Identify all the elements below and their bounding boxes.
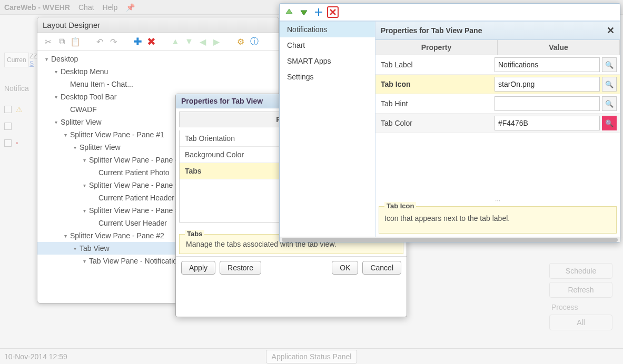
pane-add-icon[interactable] xyxy=(312,6,325,18)
redo-icon[interactable]: ↷ xyxy=(108,36,118,47)
close-icon[interactable]: ✕ xyxy=(607,25,615,36)
pane-col-property: Property xyxy=(375,40,498,55)
tree-item-label: Desktop Tool Bar xyxy=(61,93,116,101)
pane-list-item[interactable]: Notifications xyxy=(280,22,375,37)
undo-icon[interactable]: ↶ xyxy=(94,36,105,47)
pane-prop-label: Tab Icon xyxy=(375,76,491,93)
row-checkbox-1[interactable] xyxy=(4,123,12,130)
pane-property-row: Tab Color🔍 xyxy=(375,114,620,133)
menu-help[interactable]: Help xyxy=(103,3,118,12)
tree-item-label: Current Patient Header xyxy=(98,194,174,202)
left-arrow-icon[interactable]: ◀ xyxy=(197,36,208,47)
copy-icon[interactable]: ⧉ xyxy=(56,36,67,47)
tree-item-label: Splitter View Pane - Pane # xyxy=(89,181,179,189)
tree-item-label: Menu Item - Chat... xyxy=(70,80,133,88)
chevron-down-icon: ▾ xyxy=(52,94,60,100)
process-label: Process xyxy=(551,303,612,311)
tree-item-label: Current User Header xyxy=(98,219,167,227)
pane-hint: Tab Icon Icon that appears next to the t… xyxy=(379,206,617,234)
cut-icon[interactable]: ✂ xyxy=(43,36,53,47)
menu-chat[interactable]: Chat xyxy=(78,3,94,12)
apply-button[interactable]: Apply xyxy=(181,261,215,275)
chevron-down-icon: ▾ xyxy=(52,69,60,75)
s-link[interactable]: S xyxy=(29,60,37,67)
dot-icon: • xyxy=(16,139,18,147)
pane-property-row: Tab Icon🔍 xyxy=(375,75,620,94)
chevron-down-icon: ▾ xyxy=(43,56,50,62)
chevron-down-icon: ▾ xyxy=(81,183,88,188)
pane-prop-label: Tab Hint xyxy=(375,95,491,112)
tree-item-label: Desktop xyxy=(51,55,78,63)
tree-item-label: Splitter View xyxy=(80,143,121,151)
tree-item-label: Splitter View Pane - Pane #2 xyxy=(70,231,164,240)
chevron-down-icon: ▾ xyxy=(71,246,78,251)
chevron-down-icon: ▾ xyxy=(81,157,88,163)
add-icon[interactable]: ✚ xyxy=(132,36,143,47)
chevron-down-icon: ▾ xyxy=(81,258,88,264)
tree-item-label: Splitter View Pane - Pane #1 xyxy=(70,130,164,139)
refresh-button[interactable]: Refresh xyxy=(549,282,612,298)
chevron-down-icon: ▾ xyxy=(62,132,69,138)
pane-properties-title: Properties for Tab View Pane xyxy=(381,26,482,35)
tabview-hint-title: Tabs xyxy=(185,230,204,238)
tree-item[interactable]: ▾Desktop Menu xyxy=(37,65,279,78)
paste-icon[interactable]: 📋 xyxy=(70,36,81,47)
all-button[interactable]: All xyxy=(549,315,612,330)
zz-label: ZZ xyxy=(29,53,37,60)
pane-value-input[interactable] xyxy=(495,116,600,130)
pane-value-input[interactable] xyxy=(495,77,600,92)
pane-property-row: Tab Hint🔍 xyxy=(375,94,620,114)
pane-delete-icon[interactable] xyxy=(327,6,339,18)
chevron-down-icon: ▾ xyxy=(62,233,69,239)
layout-designer-title: Layout Designer xyxy=(37,17,279,33)
row-checkbox-2[interactable] xyxy=(4,139,12,147)
right-arrow-icon[interactable]: ▶ xyxy=(211,36,222,47)
tabviewpane-properties-panel: NotificationsChartSMART AppsSettings Pro… xyxy=(279,3,620,242)
tree-item-label: Desktop Menu xyxy=(61,67,108,76)
chevron-down-icon: ▾ xyxy=(52,119,60,125)
schedule-button[interactable]: Schedule xyxy=(549,263,612,279)
layout-designer-toolbar: ✂ ⧉ 📋 ↶ ↷ ✚ ✖ ▲ ▼ ◀ ▶ ⚙ ⓘ xyxy=(37,33,279,50)
chevron-down-icon: ▾ xyxy=(81,208,88,214)
header-checkbox[interactable] xyxy=(4,106,12,113)
tree-item-label: Splitter View Pane - Pane # xyxy=(89,156,179,164)
pane-up-icon[interactable] xyxy=(283,6,295,18)
tree-item[interactable]: Menu Item - Chat... xyxy=(37,78,279,90)
footer-timestamp: 10-Nov-2014 12:59 xyxy=(4,352,67,361)
pane-list-item[interactable]: Settings xyxy=(280,69,375,85)
down-arrow-icon[interactable]: ▼ xyxy=(184,36,194,47)
tree-item-label: Tab View xyxy=(80,244,110,252)
pane-list-item[interactable]: SMART Apps xyxy=(280,53,375,69)
pin-icon[interactable]: 📌 xyxy=(126,3,135,12)
ok-button[interactable]: OK xyxy=(332,261,358,275)
tree-item-label: Tab View Pane - Notificatio xyxy=(89,257,177,265)
pane-value-input[interactable] xyxy=(495,96,600,111)
status-panel-button[interactable]: Application Status Panel xyxy=(266,350,358,363)
pane-hint-title: Tab Icon xyxy=(384,202,416,210)
chevron-down-icon: ▾ xyxy=(71,145,78,150)
tree-item[interactable]: ▾Desktop xyxy=(37,53,279,65)
tree-item-label: Splitter View Pane - Pane # xyxy=(89,206,179,215)
search-icon[interactable]: 🔍 xyxy=(602,116,617,130)
search-icon[interactable]: 🔍 xyxy=(602,96,617,111)
cancel-button[interactable]: Cancel xyxy=(362,261,401,275)
warning-icon: ⚠ xyxy=(16,105,23,114)
pane-down-icon[interactable] xyxy=(298,6,310,18)
pane-hint-text: Icon that appears next to the tab label. xyxy=(384,214,510,223)
pane-hscrollbar[interactable] xyxy=(280,237,620,242)
pane-value-input[interactable] xyxy=(495,57,600,72)
restore-button[interactable]: Restore xyxy=(220,261,261,275)
pane-prop-label: Tab Label xyxy=(375,56,491,73)
pane-property-row: Tab Label🔍 xyxy=(375,55,620,75)
search-icon[interactable]: 🔍 xyxy=(602,57,617,72)
pane-col-value: Value xyxy=(498,40,620,55)
tree-item-label: Current Patient Photo xyxy=(98,168,170,177)
pane-prop-label: Tab Color xyxy=(375,115,491,132)
up-arrow-icon[interactable]: ▲ xyxy=(170,36,181,47)
search-icon[interactable]: 🔍 xyxy=(602,77,617,92)
gear-icon[interactable]: ⚙ xyxy=(235,36,246,47)
pane-list-item[interactable]: Chart xyxy=(280,37,375,53)
info-icon[interactable]: ⓘ xyxy=(249,36,260,47)
delete-icon[interactable]: ✖ xyxy=(146,36,156,47)
tree-item-label: CWADF xyxy=(70,105,97,114)
